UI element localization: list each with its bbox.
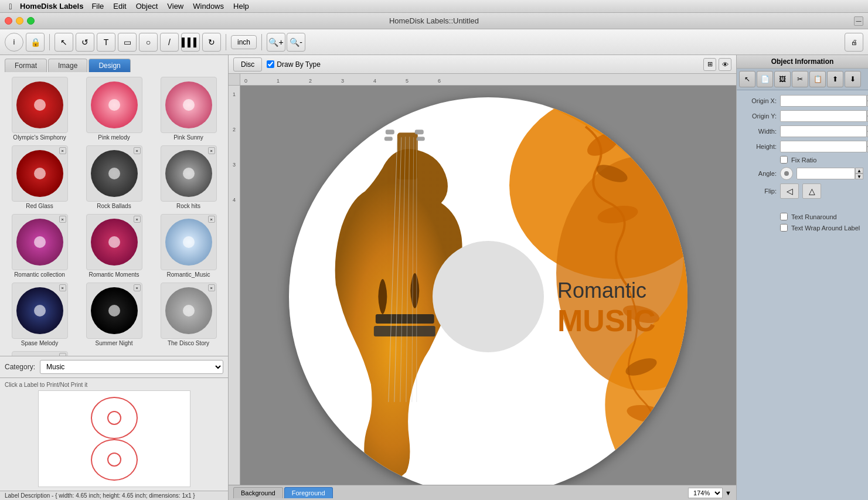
close-button[interactable] (5, 17, 12, 25)
ruler-corner (229, 74, 240, 86)
print-section: Click a Label to Print/Not Print it (0, 377, 228, 491)
gallery-close-rock-hits[interactable]: × (208, 147, 215, 154)
minimize-button[interactable] (16, 17, 23, 25)
horizontal-ruler: 0 1 2 3 4 5 6 (240, 74, 736, 86)
zoom-button[interactable] (27, 17, 35, 25)
origin-y-input[interactable] (780, 110, 867, 122)
gallery-close-rock-ballads[interactable]: × (134, 147, 141, 154)
obj-tool-2[interactable]: 📄 (757, 71, 773, 87)
gallery-item-summer-night[interactable]: × Summer Night (78, 281, 150, 348)
height-input[interactable] (780, 141, 867, 152)
foreground-tab[interactable]: Foreground (284, 487, 333, 498)
gallery-item-pink-melody[interactable]: Pink melody (78, 76, 150, 142)
gallery-close-romantic-moments[interactable]: × (134, 216, 141, 223)
zoom-in-btn[interactable]: 🔍+ (267, 33, 285, 52)
cd-design: Romantic MUSIC (289, 97, 687, 485)
width-input[interactable] (780, 125, 867, 137)
gallery-close-spase-melody[interactable]: × (59, 284, 66, 291)
menu-help[interactable]: Help (229, 1, 254, 12)
zoom-dropdown-icon: ▼ (725, 489, 731, 496)
gallery-item-rock-hits[interactable]: × Rock hits (152, 144, 224, 210)
zoom-select[interactable]: 174% 100% 150% 200% (688, 488, 723, 498)
obj-tool-1[interactable]: ↖ (739, 71, 755, 87)
flip-vertical-btn[interactable]: △ (802, 183, 821, 199)
text-runaround-checkbox[interactable] (780, 213, 788, 220)
height-row: Height: ▲ ▼ (741, 141, 863, 152)
undo-tool-btn[interactable]: ↺ (76, 33, 94, 52)
info-tool-btn[interactable]: i (5, 33, 23, 52)
gallery-item-pink-sunny[interactable]: Pink Sunny (152, 76, 224, 142)
gallery-close-disco-story[interactable]: × (208, 284, 215, 291)
unit-selector[interactable]: inch (231, 35, 257, 49)
window-minimize-icon[interactable]: — (854, 16, 863, 26)
gallery-label-rock-ballads: Rock Ballads (79, 203, 149, 209)
line-tool-btn[interactable]: / (160, 33, 179, 52)
zoom-control: 174% 100% 150% 200% ▼ (688, 488, 731, 498)
gallery-item-disco-story[interactable]: × The Disco Story (152, 281, 224, 348)
menu-edit[interactable]: Edit (108, 1, 131, 12)
menu-view[interactable]: View (162, 1, 188, 12)
gallery-close-romantic-music[interactable]: × (208, 216, 215, 223)
category-select[interactable]: Music Business Data Movies (40, 360, 223, 374)
canvas-layers-btn[interactable]: ⊞ (703, 58, 716, 71)
gallery-item-spase-melody[interactable]: × Spase Melody (4, 281, 76, 348)
gallery-item-romantic-music[interactable]: × Romantic_Music (152, 213, 224, 279)
gallery-close-red-glass[interactable]: × (59, 147, 66, 154)
zoom-out-btn[interactable]: 🔍- (287, 33, 305, 52)
rectangle-tool-btn[interactable]: ▭ (118, 33, 137, 52)
angle-up[interactable]: ▲ (855, 168, 863, 174)
origin-x-group: ▲ ▼ (780, 95, 868, 107)
origin-y-group: ▲ ▼ (780, 110, 868, 122)
print-disc-2[interactable] (91, 439, 138, 481)
obj-tool-6[interactable]: ⬆ (827, 71, 843, 87)
gallery-close-summer-night[interactable]: × (134, 284, 141, 291)
pointer-tool-btn[interactable]: ↖ (55, 33, 73, 52)
rotate-tool-btn[interactable]: ↻ (202, 33, 221, 52)
canvas-main[interactable]: Romantic MUSIC (240, 86, 736, 485)
width-label: Width: (741, 128, 777, 135)
text-wrap-row: Text Wrap Around Label (741, 224, 863, 232)
menu-object[interactable]: Object (131, 1, 163, 12)
origin-x-input[interactable] (780, 95, 867, 107)
angle-input[interactable] (796, 168, 855, 179)
background-tab[interactable]: Background (233, 487, 283, 498)
print-btn[interactable]: 🖨 (845, 33, 863, 52)
obj-tool-3[interactable]: 🖼 (774, 71, 791, 87)
lock-tool-btn[interactable]: 🔒 (26, 33, 45, 52)
spacer (741, 202, 863, 209)
gallery-item-olympic[interactable]: Olympic's Simphony (4, 76, 76, 142)
gallery-item-rock-ballads[interactable]: × Rock Ballads (78, 144, 150, 210)
gallery-item-romantic-moments[interactable]: × Romantic Moments (78, 213, 150, 279)
text-wrap-checkbox[interactable] (780, 224, 788, 232)
flip-horizontal-btn[interactable]: ◁ (780, 183, 799, 199)
apple-menu[interactable]:  (5, 2, 16, 11)
draw-by-type-checkbox[interactable] (267, 60, 274, 68)
toolbar-separator-3 (261, 34, 262, 50)
obj-tool-4[interactable]: ✂ (792, 71, 808, 87)
menu-file[interactable]: File (87, 1, 108, 12)
gallery-close-romantic-collection[interactable]: × (59, 216, 66, 223)
fix-ratio-checkbox[interactable] (780, 156, 788, 164)
height-group: ▲ ▼ (780, 141, 868, 152)
disc-button[interactable]: Disc (233, 57, 262, 72)
cd-text-area: Romantic MUSIC (557, 278, 656, 338)
gallery-close-violet[interactable]: × (59, 353, 66, 356)
obj-tool-5[interactable]: 📋 (809, 71, 826, 87)
oval-tool-btn[interactable]: ○ (139, 33, 158, 52)
tab-format[interactable]: Format (5, 59, 47, 72)
svg-rect-9 (386, 130, 394, 134)
gallery-item-red-glass[interactable]: × Red Glass (4, 144, 76, 210)
design-gallery: Olympic's Simphony Pink melody Pink Sunn… (0, 72, 228, 356)
canvas-eye-btn[interactable]: 👁 (719, 58, 731, 71)
print-disc-1[interactable] (91, 397, 138, 439)
svg-rect-14 (376, 314, 434, 324)
tab-design[interactable]: Design (88, 59, 130, 72)
tab-image[interactable]: Image (48, 59, 87, 72)
menu-windows[interactable]: Windows (188, 1, 229, 12)
angle-down[interactable]: ▼ (855, 174, 863, 179)
obj-tool-7[interactable]: ⬇ (845, 71, 861, 87)
gallery-item-violet[interactable]: × Violet by Step (4, 350, 76, 356)
text-tool-btn[interactable]: T (97, 33, 115, 52)
barcode-tool-btn[interactable]: ▌▌▌ (181, 33, 200, 52)
gallery-item-romantic-collection[interactable]: × Romantic collection (4, 213, 76, 279)
